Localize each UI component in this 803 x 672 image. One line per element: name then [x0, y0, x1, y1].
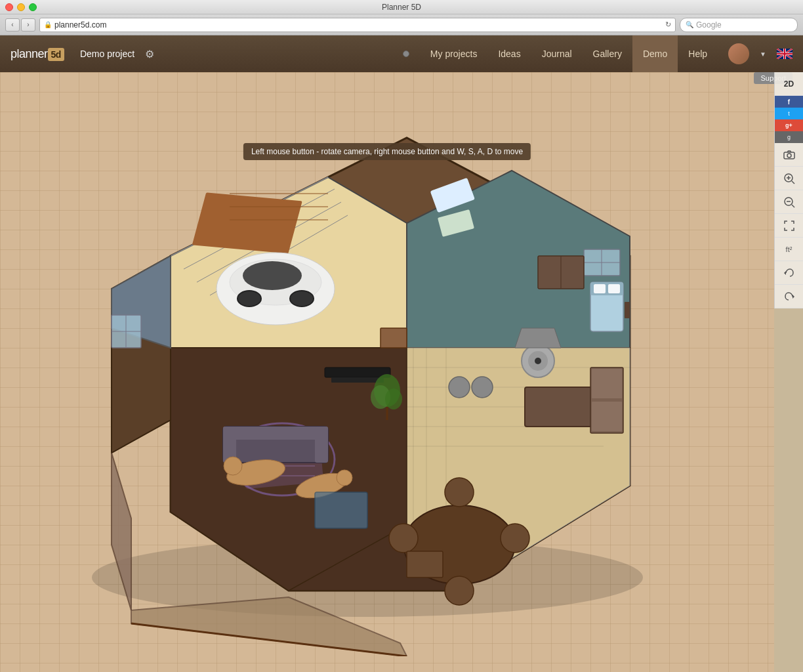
status-dot[interactable] [403, 51, 409, 57]
svg-marker-89 [112, 453, 131, 610]
svg-line-5 [171, 177, 328, 256]
svg-marker-2 [171, 138, 630, 591]
logo-5d: 5d [48, 48, 64, 61]
2d-toggle-button[interactable]: 2D [775, 72, 804, 96]
svg-rect-20 [438, 209, 474, 237]
address-text: planner5d.com [54, 20, 106, 30]
close-button[interactable] [5, 3, 13, 11]
search-placeholder: Google [696, 20, 722, 30]
svg-marker-62 [515, 328, 561, 348]
svg-rect-44 [223, 427, 328, 463]
svg-point-60 [528, 351, 548, 371]
settings-button[interactable]: ⚙ [145, 48, 154, 60]
redo-button[interactable] [775, 285, 804, 308]
svg-point-17 [290, 291, 314, 306]
svg-point-55 [374, 374, 400, 407]
logo-text: planner5d [10, 47, 64, 61]
svg-rect-82 [590, 282, 623, 331]
svg-point-61 [535, 358, 541, 364]
svg-point-93 [787, 154, 791, 158]
svg-rect-75 [112, 315, 141, 348]
svg-point-48 [225, 455, 287, 489]
svg-point-51 [337, 470, 352, 486]
nav-buttons: ‹ › [5, 18, 35, 32]
minimize-button[interactable] [17, 3, 25, 11]
svg-rect-52 [325, 368, 390, 377]
zoom-in-button[interactable] [775, 167, 804, 190]
svg-point-57 [385, 388, 402, 410]
svg-point-16 [237, 291, 261, 306]
svg-rect-45 [223, 427, 328, 440]
fullscreen-button[interactable] [775, 214, 804, 238]
svg-marker-3 [112, 256, 171, 453]
svg-marker-26 [407, 348, 630, 591]
forward-button[interactable]: › [21, 18, 35, 32]
svg-rect-83 [590, 282, 623, 295]
svg-point-71 [449, 377, 470, 398]
svg-rect-88 [625, 302, 630, 318]
svg-point-1 [92, 538, 643, 617]
camera-button[interactable] [775, 143, 804, 167]
maximize-button[interactable] [29, 3, 37, 11]
avatar[interactable] [728, 43, 749, 64]
language-flag[interactable] [777, 49, 793, 59]
share-button[interactable]: g [775, 131, 804, 143]
user-dropdown-arrow[interactable]: ▼ [760, 51, 766, 58]
nav-item-gallery[interactable]: Gallery [583, 35, 632, 72]
lock-icon: 🔒 [44, 21, 52, 28]
social-buttons: f t [775, 96, 804, 119]
svg-line-99 [792, 205, 794, 207]
svg-line-91 [131, 623, 407, 656]
twitter-button[interactable]: t [775, 108, 804, 119]
canvas-area[interactable]: Left mouse button - rotate camera, right… [0, 72, 774, 672]
svg-rect-47 [315, 427, 328, 463]
svg-point-56 [371, 385, 390, 409]
svg-point-66 [403, 505, 515, 584]
svg-marker-18 [407, 171, 630, 348]
nav-item-journal[interactable]: Journal [531, 35, 583, 72]
svg-point-13 [216, 253, 335, 325]
googleplus-button[interactable]: g+ [775, 119, 804, 131]
search-bar[interactable]: 🔍 Google [680, 18, 798, 32]
svg-rect-63 [590, 368, 623, 433]
house-3d-view [39, 85, 695, 656]
svg-point-15 [243, 261, 302, 290]
undo-button[interactable] [775, 261, 804, 285]
svg-rect-19 [430, 178, 475, 213]
svg-point-49 [224, 457, 242, 475]
nav-item-ideas[interactable]: Ideas [487, 35, 531, 72]
svg-point-72 [472, 377, 493, 398]
browser-title: Planner 5D [382, 3, 421, 12]
units-button[interactable]: ft² [775, 238, 804, 261]
svg-point-67 [389, 524, 418, 553]
svg-marker-37 [112, 256, 171, 348]
back-button[interactable]: ‹ [5, 18, 20, 32]
svg-rect-73 [315, 492, 367, 528]
reload-button[interactable]: ↻ [665, 20, 671, 29]
svg-marker-21 [171, 348, 630, 591]
project-name: Demo project [80, 49, 134, 59]
svg-point-59 [522, 345, 554, 377]
right-toolbar: 2D f t g+ g [774, 72, 803, 308]
svg-point-38 [230, 423, 335, 495]
svg-rect-79 [584, 249, 620, 276]
svg-rect-85 [608, 284, 620, 293]
nav-item-myprojects[interactable]: My projects [420, 35, 488, 72]
svg-marker-36 [112, 256, 171, 453]
svg-rect-64 [592, 369, 622, 398]
facebook-button[interactable]: f [775, 96, 804, 108]
nav-item-demo[interactable]: Demo [632, 35, 678, 72]
svg-marker-101 [784, 271, 786, 275]
svg-rect-9 [192, 192, 302, 253]
nav-item-help[interactable]: Help [678, 35, 718, 72]
address-bar[interactable]: 🔒 planner5d.com ↻ [39, 18, 676, 32]
svg-point-68 [445, 478, 474, 507]
svg-point-69 [501, 524, 529, 553]
app-header: planner5d Demo project ⚙ My projects Ide… [0, 35, 803, 72]
avatar-image [728, 43, 749, 64]
svg-point-70 [445, 576, 474, 605]
svg-point-50 [293, 469, 350, 503]
social-buttons-2: g+ g [775, 119, 804, 143]
svg-line-6 [184, 189, 335, 269]
zoom-out-button[interactable] [775, 190, 804, 214]
